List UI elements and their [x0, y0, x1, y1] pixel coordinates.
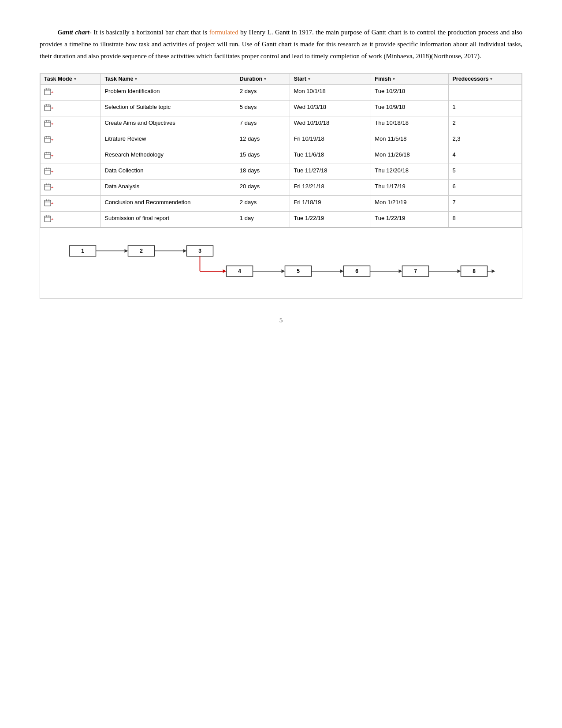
sort-arrow-duration: ▾: [264, 77, 266, 81]
paragraph-text3: activities which facilitates proper cont…: [169, 52, 481, 60]
sort-arrow-predecessors: ▾: [490, 77, 492, 81]
task-mode-cell-2: [41, 101, 101, 116]
th-start-label: Start: [294, 76, 306, 82]
page-number-text: 5: [279, 317, 283, 324]
finish-cell-5: Mon 11/26/18: [371, 148, 449, 164]
arrowhead-4-5: [282, 269, 285, 273]
table-row: Problem Identification 2 days Mon 10/1/1…: [41, 85, 522, 101]
table-body: Problem Identification 2 days Mon 10/1/1…: [41, 85, 522, 228]
formulated-link: formulated: [209, 29, 238, 36]
predecessors-cell-7: 6: [449, 180, 522, 196]
start-cell-7: Fri 12/21/18: [290, 180, 371, 196]
arrowhead-7-8: [458, 269, 461, 273]
task-mode-icon: [44, 215, 54, 223]
duration-cell-9: 1 day: [236, 212, 290, 228]
start-cell-5: Tue 11/6/18: [290, 148, 371, 164]
task-mode-icon: [44, 88, 54, 96]
th-predecessors[interactable]: Predecessors ▾: [449, 74, 522, 85]
gantt-label-7: 7: [414, 268, 417, 274]
svg-rect-48: [45, 216, 51, 222]
start-cell-2: Wed 10/3/18: [290, 101, 371, 116]
start-cell-1: Mon 10/1/18: [290, 85, 371, 101]
finish-cell-4: Mon 11/5/18: [371, 132, 449, 148]
predecessors-cell-9: 8: [449, 212, 522, 228]
task-name-cell-9: Submission of final report: [101, 212, 236, 228]
table-header-row: Task Mode ▾ Task Name ▾ Duration ▾: [41, 74, 522, 85]
task-mode-cell-6: [41, 164, 101, 180]
table-row: Data Analysis 20 days Fri 12/21/18 Thu 1…: [41, 180, 522, 196]
finish-cell-7: Thu 1/17/19: [371, 180, 449, 196]
table-row: Create Aims and Objectives 7 days Wed 10…: [41, 116, 522, 132]
task-mode-cell-9: [41, 212, 101, 228]
sort-arrow-task-name: ▾: [135, 77, 137, 81]
start-cell-8: Fri 1/18/19: [290, 196, 371, 212]
task-mode-cell-8: [41, 196, 101, 212]
finish-cell-6: Thu 12/20/18: [371, 164, 449, 180]
svg-rect-0: [45, 89, 51, 95]
svg-rect-12: [45, 121, 51, 127]
task-name-cell-1: Problem Identification: [101, 85, 236, 101]
task-mode-icon: [44, 199, 54, 207]
predecessors-cell-5: 4: [449, 148, 522, 164]
task-name-cell-3: Create Aims and Objectives: [101, 116, 236, 132]
table-row: Selection of Suitable topic 5 days Wed 1…: [41, 101, 522, 116]
gantt-table: Task Mode ▾ Task Name ▾ Duration ▾: [40, 73, 522, 228]
th-task-name[interactable]: Task Name ▾: [101, 74, 236, 85]
task-mode-cell-4: [41, 132, 101, 148]
svg-marker-23: [52, 139, 53, 141]
task-mode-icon: [44, 151, 54, 159]
sort-arrow-start: ▾: [308, 77, 310, 81]
gantt-svg: 1 2 3 4: [47, 237, 515, 290]
task-mode-icon: [44, 183, 54, 191]
task-mode-cell-1: [41, 85, 101, 101]
svg-rect-24: [45, 153, 51, 158]
finish-cell-9: Tue 1/22/19: [371, 212, 449, 228]
duration-cell-4: 12 days: [236, 132, 290, 148]
finish-cell-1: Tue 10/2/18: [371, 85, 449, 101]
th-duration[interactable]: Duration ▾: [236, 74, 290, 85]
gantt-table-wrapper: Task Mode ▾ Task Name ▾ Duration ▾: [40, 73, 522, 228]
svg-rect-18: [45, 137, 51, 142]
predecessors-cell-4: 2,3: [449, 132, 522, 148]
th-finish-label: Finish: [375, 76, 391, 82]
svg-marker-17: [52, 123, 53, 125]
task-name-cell-4: Litrature Review: [101, 132, 236, 148]
svg-rect-30: [45, 168, 51, 174]
svg-marker-35: [52, 171, 53, 172]
task-mode-cell-5: [41, 148, 101, 164]
finish-cell-2: Tue 10/9/18: [371, 101, 449, 116]
task-name-cell-8: Conclusion and Recommendetion: [101, 196, 236, 212]
gantt-chart-wrapper: 1 2 3 4: [40, 228, 522, 299]
task-name-cell-2: Selection of Suitable topic: [101, 101, 236, 116]
start-cell-3: Wed 10/10/18: [290, 116, 371, 132]
svg-rect-42: [45, 200, 51, 206]
duration-cell-6: 18 days: [236, 164, 290, 180]
svg-marker-53: [52, 218, 53, 220]
task-mode-cell-3: [41, 116, 101, 132]
duration-cell-5: 15 days: [236, 148, 290, 164]
gantt-chart: 1 2 3 4: [47, 237, 515, 290]
gantt-label-4: 4: [238, 268, 241, 274]
arrowhead-8-9: [492, 269, 495, 273]
finish-cell-8: Mon 1/21/19: [371, 196, 449, 212]
svg-rect-6: [45, 105, 51, 111]
th-task-mode[interactable]: Task Mode ▾: [41, 74, 101, 85]
task-mode-icon: [44, 167, 54, 175]
task-mode-icon: [44, 135, 54, 143]
th-finish[interactable]: Finish ▾: [371, 74, 449, 85]
th-start[interactable]: Start ▾: [290, 74, 371, 85]
duration-cell-2: 5 days: [236, 101, 290, 116]
predecessors-cell-6: 5: [449, 164, 522, 180]
sort-arrow-finish: ▾: [393, 77, 395, 81]
predecessors-cell-3: 2: [449, 116, 522, 132]
task-name-cell-7: Data Analysis: [101, 180, 236, 196]
gantt-term: Gantt chart: [58, 29, 89, 36]
arrowhead-6-7: [399, 269, 402, 273]
svg-rect-36: [45, 184, 51, 190]
svg-marker-29: [52, 155, 53, 157]
gantt-label-8: 8: [473, 268, 476, 274]
th-predecessors-label: Predecessors: [452, 76, 488, 82]
arrowhead-1-2: [125, 249, 128, 253]
paragraph-text1: It is basically a horizontal bar chart t…: [92, 29, 209, 36]
predecessors-cell-1: [449, 85, 522, 101]
